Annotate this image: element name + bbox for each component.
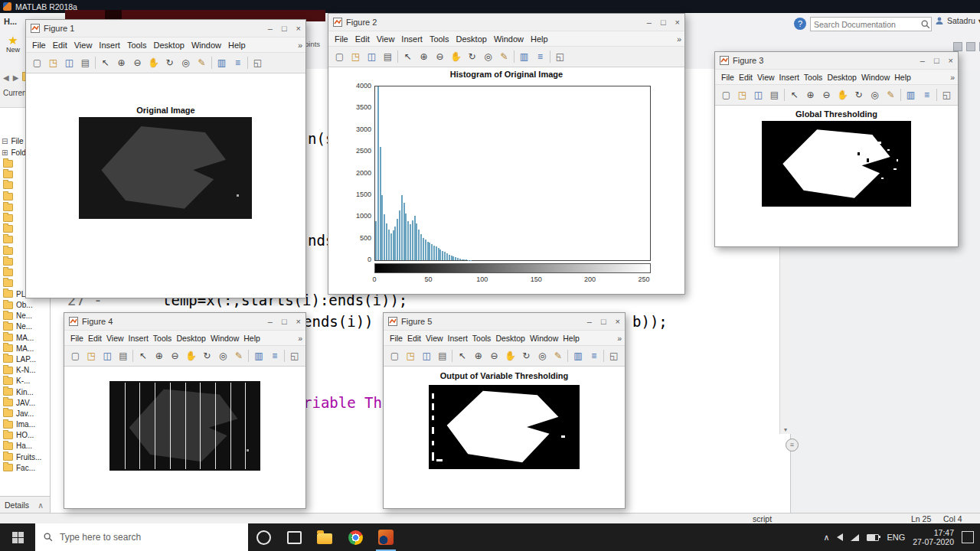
- menu-desktop[interactable]: Desktop: [456, 34, 487, 44]
- brush-icon[interactable]: ✎: [552, 349, 565, 363]
- folder-item[interactable]: MA...: [0, 343, 50, 354]
- menu-window[interactable]: Window: [861, 73, 890, 82]
- pointer-icon[interactable]: ↖: [788, 88, 801, 102]
- insert-colorbar-icon[interactable]: ▥: [518, 50, 531, 64]
- battery-icon[interactable]: [867, 534, 879, 541]
- folder-item[interactable]: Fruits...: [0, 452, 50, 462]
- insert-legend-icon[interactable]: ≡: [920, 88, 933, 102]
- close-button[interactable]: ×: [616, 317, 620, 326]
- zoom-out-icon[interactable]: ⊖: [131, 56, 144, 70]
- insert-legend-icon[interactable]: ≡: [534, 50, 547, 64]
- minimize-button[interactable]: –: [920, 56, 925, 65]
- close-button[interactable]: ×: [949, 56, 953, 65]
- save-icon[interactable]: ◫: [101, 349, 114, 363]
- task-view-button[interactable]: [279, 523, 309, 551]
- file-explorer-button[interactable]: [309, 523, 340, 551]
- print-icon[interactable]: ▤: [79, 56, 92, 70]
- open-file-icon[interactable]: ◳: [404, 349, 417, 363]
- menu-view[interactable]: View: [377, 34, 395, 44]
- quick-access-icon[interactable]: [966, 42, 975, 51]
- new-document-icon[interactable]: ▢: [69, 349, 82, 363]
- help-icon[interactable]: ?: [794, 18, 806, 30]
- chrome-button[interactable]: [340, 523, 371, 551]
- rotate-3d-icon[interactable]: ↻: [852, 88, 865, 102]
- menu-insert[interactable]: Insert: [99, 41, 120, 50]
- folder-item[interactable]: Jav...: [0, 408, 50, 419]
- dock-figure-icon[interactable]: ◱: [940, 88, 953, 102]
- figure-5-window[interactable]: Figure 5 – □ × FileEditViewInsertToolsDe…: [383, 312, 626, 509]
- insert-colorbar-icon[interactable]: ▥: [904, 88, 917, 102]
- insert-legend-icon[interactable]: ≡: [268, 349, 281, 363]
- folder-item[interactable]: Ima...: [0, 419, 50, 430]
- zoom-out-icon[interactable]: ⊖: [433, 50, 446, 64]
- menu-insert[interactable]: Insert: [129, 334, 149, 343]
- menu-tools[interactable]: Tools: [804, 73, 823, 82]
- folder-item[interactable]: Ha...: [0, 441, 50, 452]
- new-document-icon[interactable]: ▢: [720, 88, 733, 102]
- folder-item[interactable]: JAV...: [0, 397, 50, 408]
- editor-indicator-icon[interactable]: ≡: [786, 439, 799, 452]
- pan-hand-icon[interactable]: ✋: [185, 349, 198, 363]
- expand-collapse-icon[interactable]: ⊟: [2, 137, 8, 145]
- cortana-button[interactable]: [248, 523, 279, 551]
- open-file-icon[interactable]: ◳: [85, 349, 98, 363]
- print-icon[interactable]: ▤: [381, 50, 394, 64]
- maximize-button[interactable]: □: [661, 18, 666, 27]
- data-cursor-icon[interactable]: ◎: [217, 349, 230, 363]
- scroll-down-icon[interactable]: ▾: [780, 426, 791, 433]
- menu-window[interactable]: Window: [530, 334, 558, 343]
- menu-view[interactable]: View: [757, 73, 775, 82]
- menu-insert[interactable]: Insert: [401, 34, 423, 44]
- folder-item[interactable]: K-...: [0, 376, 50, 386]
- maximize-button[interactable]: □: [934, 56, 939, 65]
- menu-tools[interactable]: Tools: [153, 334, 172, 343]
- figure-4-titlebar[interactable]: Figure 4 – □ ×: [64, 313, 305, 330]
- menu-edit[interactable]: Edit: [88, 334, 102, 343]
- rotate-3d-icon[interactable]: ↻: [520, 349, 533, 363]
- figure-2-window[interactable]: Figure 2 – □ × FileEditViewInsertToolsDe…: [328, 13, 685, 295]
- save-icon[interactable]: ◫: [420, 349, 433, 363]
- minimize-button[interactable]: –: [647, 18, 652, 27]
- dock-figure-icon[interactable]: ◱: [288, 349, 301, 363]
- maximize-button[interactable]: □: [282, 24, 287, 33]
- tab-home[interactable]: H...: [4, 17, 17, 26]
- figure-1-titlebar[interactable]: Figure 1 – □ ×: [26, 20, 305, 37]
- folder-item[interactable]: Kin...: [0, 386, 50, 397]
- zoom-in-icon[interactable]: ⊕: [472, 349, 485, 363]
- forward-icon[interactable]: ▶: [13, 73, 19, 82]
- maximize-button[interactable]: □: [601, 317, 606, 326]
- insert-colorbar-icon[interactable]: ▥: [571, 349, 584, 363]
- figure-3-titlebar[interactable]: Figure 3 – □ ×: [715, 52, 958, 69]
- data-cursor-icon[interactable]: ◎: [868, 88, 881, 102]
- brush-icon[interactable]: ✎: [195, 56, 208, 70]
- folder-item[interactable]: Fac...: [0, 462, 50, 473]
- zoom-in-icon[interactable]: ⊕: [152, 349, 165, 363]
- insert-colorbar-icon[interactable]: ▥: [215, 56, 228, 70]
- minimize-button[interactable]: –: [268, 317, 273, 326]
- menu-insert[interactable]: Insert: [448, 334, 468, 343]
- pan-hand-icon[interactable]: ✋: [147, 56, 160, 70]
- pan-hand-icon[interactable]: ✋: [836, 88, 849, 102]
- action-center-icon[interactable]: [962, 531, 974, 543]
- pointer-icon[interactable]: ↖: [456, 349, 469, 363]
- menu-file[interactable]: File: [721, 73, 734, 82]
- matlab-taskbar-button[interactable]: [371, 523, 401, 551]
- folder-item[interactable]: MA...: [0, 332, 50, 343]
- close-button[interactable]: ×: [296, 317, 301, 326]
- insert-legend-icon[interactable]: ≡: [587, 349, 600, 363]
- menu-view[interactable]: View: [426, 334, 443, 343]
- pointer-icon[interactable]: ↖: [136, 349, 149, 363]
- menu-tools[interactable]: Tools: [127, 41, 147, 50]
- menu-edit[interactable]: Edit: [53, 41, 67, 50]
- menu-tools[interactable]: Tools: [472, 334, 492, 343]
- menu-help[interactable]: Help: [228, 41, 246, 50]
- user-menu[interactable]: Satadru ▾: [935, 16, 980, 25]
- print-icon[interactable]: ▤: [768, 88, 781, 102]
- zoom-in-icon[interactable]: ⊕: [804, 88, 817, 102]
- menu-desktop[interactable]: Desktop: [154, 41, 185, 50]
- menu-view[interactable]: View: [74, 41, 93, 50]
- network-icon[interactable]: [851, 534, 859, 541]
- menu-view[interactable]: View: [106, 334, 124, 343]
- zoom-in-icon[interactable]: ⊕: [417, 50, 430, 64]
- open-file-icon[interactable]: ◳: [349, 50, 362, 64]
